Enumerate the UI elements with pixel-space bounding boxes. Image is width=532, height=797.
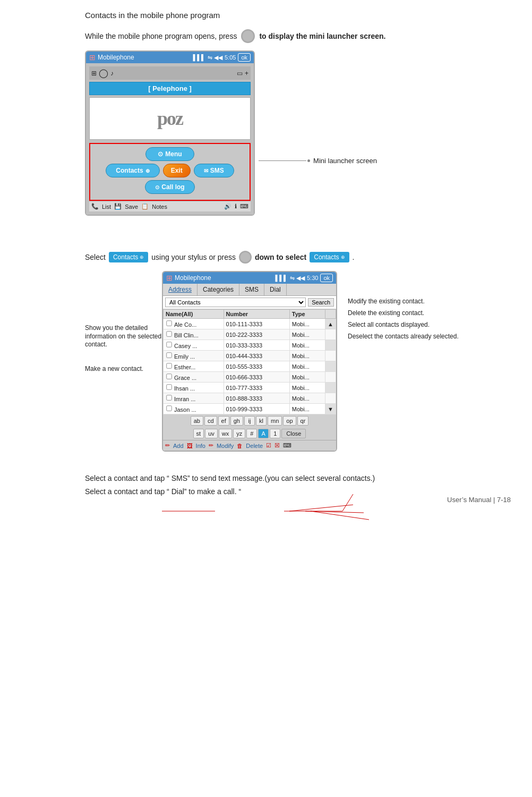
page-title: Contacts in the mobile phone program bbox=[85, 11, 511, 20]
scroll-cell: ▲ bbox=[325, 319, 336, 329]
tab-dial[interactable]: Dial bbox=[264, 284, 287, 295]
table-row[interactable]: Grace ... 010-666-3333 Mobi... bbox=[164, 372, 336, 383]
cell-type: Mobi... bbox=[289, 404, 325, 414]
key-op[interactable]: op bbox=[283, 416, 296, 426]
modify-action[interactable]: Modify bbox=[217, 443, 234, 449]
menu-row: ⊙ Menu bbox=[92, 147, 247, 161]
select-line: Select Info Contacts⊕ using your stylus … bbox=[85, 251, 511, 264]
exit-button[interactable]: Exit bbox=[163, 164, 191, 177]
cell-type: Mobi... bbox=[289, 340, 325, 351]
intro-bold: to display the mini launcher screen. bbox=[259, 32, 385, 40]
row-checkbox[interactable] bbox=[166, 320, 171, 326]
cell-type: Mobi... bbox=[289, 361, 325, 372]
calllog-button[interactable]: ⊙ Call log bbox=[145, 180, 194, 194]
gear-icon bbox=[241, 29, 255, 43]
row-checkbox[interactable] bbox=[166, 395, 171, 400]
table-row[interactable]: Emily ... 010-444-3333 Mobi... bbox=[164, 351, 336, 361]
key-st[interactable]: st bbox=[193, 429, 204, 438]
keyboard-row2: st uv wx yz # A 1 Close bbox=[163, 427, 336, 440]
table-row[interactable]: Imran ... 010-888-3333 Mobi... bbox=[164, 393, 336, 404]
row-checkbox[interactable] bbox=[166, 374, 171, 379]
add-action[interactable]: Add bbox=[173, 443, 184, 449]
cell-type: Mobi... bbox=[289, 372, 325, 383]
contacts-icon: ⊕ bbox=[145, 168, 150, 174]
info-action[interactable]: Info bbox=[196, 443, 205, 449]
menu-button[interactable]: ⊙ Menu bbox=[145, 147, 194, 161]
contacts-exit-sms-row: Contacts ⊕ Exit ✉ SMS bbox=[92, 164, 247, 177]
phone2-ok[interactable]: ok bbox=[320, 274, 333, 282]
contacts-badge-1[interactable]: Info Contacts⊕ bbox=[109, 252, 148, 262]
key-yz[interactable]: yz bbox=[233, 429, 245, 438]
table-row[interactable]: Casey ... 010-333-3333 Mobi... bbox=[164, 340, 336, 351]
phone-icon: 📞 bbox=[91, 203, 99, 210]
contacts-badge-2[interactable]: Contacts⊕ bbox=[310, 252, 349, 262]
add-label: Add bbox=[173, 443, 184, 449]
tab-address[interactable]: Address bbox=[163, 284, 198, 295]
key-wx[interactable]: wx bbox=[219, 429, 232, 438]
contacts-nav: Address Categories SMS Dial bbox=[163, 284, 336, 296]
phone2-app: Mobilephone bbox=[175, 274, 211, 282]
key-hash[interactable]: # bbox=[246, 429, 257, 438]
phone1-ok[interactable]: ok bbox=[238, 53, 251, 62]
table-row[interactable]: Jason ... 010-999-3333 Mobi... ▼ bbox=[164, 404, 336, 414]
info-icon2: 🖼 bbox=[187, 443, 193, 449]
calllog-icon: ⊙ bbox=[155, 184, 159, 190]
info-label: Info bbox=[196, 443, 205, 449]
cell-number: 010-999-3333 bbox=[224, 404, 289, 414]
delete-action[interactable]: Delete bbox=[246, 443, 263, 449]
contacts-table: Name(All) Number Type Ale Co... 010-111-… bbox=[163, 309, 336, 414]
cell-name: Esther... bbox=[164, 361, 224, 372]
col-scroll bbox=[325, 310, 336, 319]
table-row[interactable]: Ihsan ... 010-777-3333 Mobi... bbox=[164, 383, 336, 393]
tab-categories[interactable]: Categories bbox=[198, 284, 239, 295]
key-ij[interactable]: ij bbox=[244, 416, 255, 426]
row-checkbox[interactable] bbox=[166, 331, 171, 336]
key-qr[interactable]: qr bbox=[297, 416, 309, 426]
cell-type: Mobi... bbox=[289, 393, 325, 404]
sms-button[interactable]: ✉ SMS bbox=[194, 164, 234, 177]
search-button[interactable]: Search bbox=[308, 298, 334, 307]
svg-line-3 bbox=[289, 505, 353, 511]
cell-number: 010-222-3333 bbox=[224, 329, 289, 340]
contacts-label: Contacts bbox=[116, 167, 143, 174]
contacts-filter-select[interactable]: All Contacts bbox=[165, 298, 306, 307]
tab-sms[interactable]: SMS bbox=[239, 284, 264, 295]
pencil-icon: ✏ bbox=[165, 442, 170, 449]
phone2-flag: ⊞ bbox=[166, 274, 173, 282]
key-close[interactable]: Close bbox=[281, 429, 306, 438]
table-row[interactable]: Bill Clin... 010-222-3333 Mobi... bbox=[164, 329, 336, 340]
phone2-mockup: ⊞ Mobilephone ▌▌▌ ⇋ ◀◀ 5:30 ok Address bbox=[162, 271, 337, 452]
col-name: Name(All) bbox=[164, 310, 224, 319]
bottom-section: Show you the detailed information on the… bbox=[85, 271, 511, 462]
key-caps[interactable]: A bbox=[258, 429, 269, 438]
key-kl[interactable]: kl bbox=[256, 416, 267, 426]
scroll-cell bbox=[325, 393, 336, 404]
period: . bbox=[353, 253, 355, 261]
notes-icon: 📋 bbox=[141, 203, 149, 210]
delete-icon: 🗑 bbox=[237, 443, 243, 449]
contacts-button[interactable]: Contacts ⊕ bbox=[106, 164, 159, 177]
right-annotations: Modify the existing contact. Delete the … bbox=[348, 271, 459, 344]
scroll-cell bbox=[325, 372, 336, 383]
table-row[interactable]: Esther... 010-555-3333 Mobi... bbox=[164, 361, 336, 372]
key-1[interactable]: 1 bbox=[270, 429, 280, 438]
row-checkbox[interactable] bbox=[166, 342, 171, 347]
key-ef[interactable]: ef bbox=[218, 416, 229, 426]
key-ab[interactable]: ab bbox=[191, 416, 203, 426]
col-number: Number bbox=[224, 310, 289, 319]
key-mn[interactable]: mn bbox=[268, 416, 282, 426]
phone1-titlebar: ⊞ Mobilephone ▌▌▌ ⇋ ◀◀ 5:05 ok bbox=[86, 52, 254, 63]
row-checkbox[interactable] bbox=[166, 363, 171, 368]
key-cd[interactable]: cd bbox=[204, 416, 217, 426]
phone1-icons: ⇋ ◀◀ bbox=[208, 54, 222, 61]
key-uv[interactable]: uv bbox=[205, 429, 218, 438]
save-label: Save bbox=[125, 204, 138, 210]
key-gh[interactable]: gh bbox=[230, 416, 243, 426]
svg-line-4 bbox=[305, 511, 364, 513]
row-checkbox[interactable] bbox=[166, 352, 171, 358]
table-row[interactable]: Ale Co... 010-111-3333 Mobi... ▲ bbox=[164, 319, 336, 329]
row-checkbox[interactable] bbox=[166, 405, 171, 411]
list-label: List bbox=[102, 204, 111, 210]
cell-type: Mobi... bbox=[289, 351, 325, 361]
row-checkbox[interactable] bbox=[166, 384, 171, 389]
